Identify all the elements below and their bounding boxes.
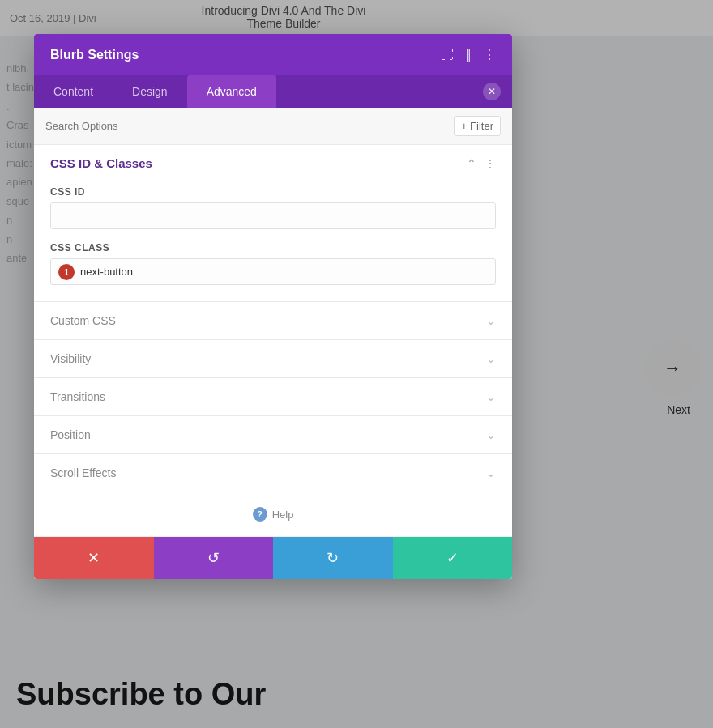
columns-icon[interactable]: ‖ <box>465 47 472 62</box>
help-icon: ? <box>253 507 267 522</box>
visibility-title: Visibility <box>50 352 91 365</box>
visibility-section[interactable]: Visibility ⌄ <box>34 340 512 378</box>
save-button[interactable]: ✓ <box>393 537 513 579</box>
section-header-actions: ⌃ ⋮ <box>467 157 496 170</box>
cancel-button[interactable]: ✕ <box>34 537 154 579</box>
tabs-bar: Content Design Advanced ✕ <box>34 75 512 108</box>
visibility-chevron: ⌄ <box>486 352 496 365</box>
transitions-chevron: ⌄ <box>486 390 496 403</box>
undo-button[interactable]: ↺ <box>154 537 274 579</box>
css-id-classes-header: CSS ID & Classes ⌃ ⋮ <box>34 145 512 181</box>
modal-header: Blurb Settings ⛶ ‖ ⋮ <box>34 34 512 75</box>
search-bar: + Filter <box>34 108 512 145</box>
modal-body: CSS ID & Classes ⌃ ⋮ CSS ID CSS Class 1 … <box>34 145 512 579</box>
custom-css-title: Custom CSS <box>50 314 116 327</box>
css-class-badge: 1 <box>58 264 75 280</box>
css-id-classes-content: CSS ID CSS Class 1 <box>34 181 512 301</box>
modal-close-button[interactable]: ✕ <box>483 83 501 100</box>
tab-advanced[interactable]: Advanced <box>187 75 276 108</box>
custom-css-chevron: ⌄ <box>486 314 496 327</box>
tab-content[interactable]: Content <box>34 75 113 108</box>
scroll-effects-title: Scroll Effects <box>50 466 116 479</box>
position-chevron: ⌄ <box>486 428 496 441</box>
search-input[interactable] <box>45 120 454 132</box>
css-class-label: CSS Class <box>50 242 496 253</box>
collapse-icon[interactable]: ⌃ <box>467 157 476 170</box>
tab-design[interactable]: Design <box>113 75 187 108</box>
modal-header-icons: ⛶ ‖ ⋮ <box>441 47 496 62</box>
css-class-wrapper: 1 <box>50 258 496 285</box>
help-label: Help <box>272 509 294 521</box>
position-title: Position <box>50 428 91 441</box>
action-bar: ✕ ↺ ↻ ✓ <box>34 537 512 579</box>
css-id-input[interactable] <box>50 202 496 229</box>
custom-css-section[interactable]: Custom CSS ⌄ <box>34 302 512 340</box>
help-link[interactable]: ? Help <box>253 507 294 522</box>
scroll-effects-section[interactable]: Scroll Effects ⌄ <box>34 454 512 492</box>
modal-title: Blurb Settings <box>50 48 139 62</box>
transitions-section[interactable]: Transitions ⌄ <box>34 378 512 416</box>
scroll-effects-chevron: ⌄ <box>486 466 496 479</box>
fullscreen-icon[interactable]: ⛶ <box>441 48 454 62</box>
more-options-icon[interactable]: ⋮ <box>483 47 496 62</box>
modal-footer: ? Help <box>34 492 512 537</box>
css-id-classes-section: CSS ID & Classes ⌃ ⋮ CSS ID CSS Class 1 <box>34 145 512 302</box>
css-id-label: CSS ID <box>50 186 496 198</box>
css-id-classes-title: CSS ID & Classes <box>50 156 152 170</box>
position-section[interactable]: Position ⌄ <box>34 416 512 454</box>
css-class-input[interactable] <box>50 258 496 285</box>
section-more-icon[interactable]: ⋮ <box>485 157 496 170</box>
blurb-settings-modal: Blurb Settings ⛶ ‖ ⋮ Content Design Adva… <box>34 34 512 579</box>
redo-button[interactable]: ↻ <box>273 537 393 579</box>
transitions-title: Transitions <box>50 390 105 403</box>
filter-button[interactable]: + Filter <box>454 116 501 136</box>
